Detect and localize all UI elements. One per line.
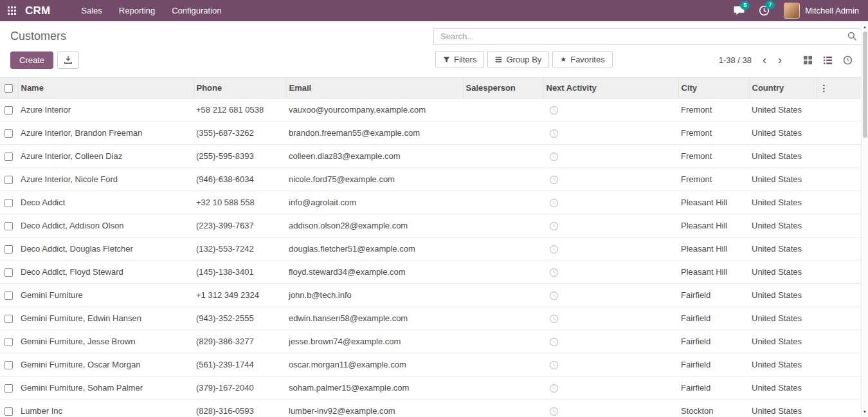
menu-reporting[interactable]: Reporting bbox=[119, 6, 155, 15]
cell-next-activity[interactable] bbox=[543, 330, 678, 353]
table-row[interactable]: Deco Addict, Douglas Fletcher (132)-553-… bbox=[0, 237, 868, 261]
search-icon[interactable] bbox=[847, 32, 857, 41]
cell-next-activity[interactable] bbox=[543, 400, 678, 417]
scrollbar-thumb[interactable] bbox=[863, 32, 867, 138]
row-checkbox[interactable] bbox=[5, 268, 13, 277]
row-checkbox[interactable] bbox=[5, 384, 13, 393]
row-checkbox[interactable] bbox=[5, 315, 13, 323]
table-row[interactable]: Azure Interior, Brandon Freeman (355)-68… bbox=[0, 122, 868, 145]
column-header-country[interactable]: Country bbox=[749, 78, 817, 98]
cell-name: Deco Addict, Floyd Steward bbox=[18, 261, 194, 284]
row-checkbox[interactable] bbox=[5, 153, 13, 161]
activity-view-button[interactable] bbox=[838, 53, 858, 68]
cell-city: Fairfield bbox=[678, 376, 749, 400]
column-header-name[interactable]: Name bbox=[18, 78, 194, 98]
cell-filler bbox=[817, 191, 868, 214]
user-menu[interactable]: Mitchell Admin bbox=[784, 3, 859, 19]
pager-previous-button[interactable]: ‹ bbox=[757, 54, 772, 66]
table-row[interactable]: Azure Interior, Colleen Diaz (255)-595-8… bbox=[0, 145, 868, 168]
cell-next-activity[interactable] bbox=[543, 284, 678, 307]
favorites-button[interactable]: ★ Favorites bbox=[552, 51, 612, 68]
row-checkbox-cell bbox=[0, 168, 18, 191]
cell-next-activity[interactable] bbox=[543, 376, 678, 400]
table-row[interactable]: Azure Interior +58 212 681 0538 vauxoo@y… bbox=[0, 98, 868, 122]
row-checkbox[interactable] bbox=[5, 338, 13, 346]
menu-sales[interactable]: Sales bbox=[81, 6, 102, 15]
cell-next-activity[interactable] bbox=[543, 98, 678, 122]
group-by-button[interactable]: Group By bbox=[487, 51, 549, 68]
table-row[interactable]: Gemini Furniture +1 312 349 2324 john.b@… bbox=[0, 284, 868, 307]
table-row[interactable]: Gemini Furniture, Edwin Hansen (943)-352… bbox=[0, 307, 868, 330]
row-checkbox[interactable] bbox=[5, 222, 13, 230]
cell-next-activity[interactable] bbox=[543, 191, 678, 214]
cell-name: Deco Addict, Douglas Fletcher bbox=[18, 237, 194, 261]
row-checkbox[interactable] bbox=[5, 407, 13, 416]
row-checkbox-cell bbox=[0, 122, 18, 145]
optional-columns-toggle[interactable]: ⋮ bbox=[820, 83, 829, 93]
cell-salesperson bbox=[463, 307, 543, 330]
row-checkbox[interactable] bbox=[5, 129, 13, 138]
export-button[interactable] bbox=[57, 51, 79, 69]
row-checkbox-cell bbox=[0, 98, 18, 122]
activities-button[interactable]: 7 bbox=[759, 5, 770, 16]
column-header-email[interactable]: Email bbox=[286, 78, 463, 98]
view-switcher bbox=[798, 53, 858, 68]
cell-next-activity[interactable] bbox=[543, 122, 678, 145]
scroll-up-arrow[interactable]: ▲ bbox=[862, 25, 868, 29]
list-view-button[interactable] bbox=[818, 53, 838, 68]
select-all-checkbox[interactable] bbox=[5, 84, 13, 93]
table-row[interactable]: Deco Addict, Addison Olson (223)-399-763… bbox=[0, 214, 868, 237]
table-row[interactable]: Gemini Furniture, Soham Palmer (379)-167… bbox=[0, 376, 868, 400]
cell-name: Lumber Inc bbox=[18, 400, 194, 417]
scroll-down-arrow[interactable]: ▼ bbox=[862, 410, 868, 414]
table-row[interactable]: Gemini Furniture, Jesse Brown (829)-386-… bbox=[0, 330, 868, 353]
pager-next-button[interactable]: › bbox=[772, 54, 788, 66]
cell-country: United States bbox=[749, 376, 817, 400]
cell-next-activity[interactable] bbox=[543, 237, 678, 261]
cell-email: floyd.steward34@example.com bbox=[286, 261, 463, 284]
cell-name: Gemini Furniture, Soham Palmer bbox=[18, 376, 194, 400]
row-checkbox[interactable] bbox=[5, 292, 13, 300]
filters-button[interactable]: Filters bbox=[435, 51, 484, 68]
cell-city: Pleasant Hill bbox=[678, 191, 749, 214]
cell-next-activity[interactable] bbox=[543, 307, 678, 330]
column-header-phone[interactable]: Phone bbox=[194, 78, 286, 98]
kanban-view-button[interactable] bbox=[798, 53, 818, 68]
apps-menu-icon[interactable] bbox=[8, 6, 16, 15]
row-checkbox[interactable] bbox=[5, 199, 13, 207]
menu-configuration[interactable]: Configuration bbox=[172, 6, 221, 15]
cell-email: nicole.ford75@example.com bbox=[286, 168, 463, 191]
app-name[interactable]: CRM bbox=[25, 5, 50, 17]
next-activity-clock-icon bbox=[549, 129, 559, 138]
table-row[interactable]: Azure Interior, Nicole Ford (946)-638-60… bbox=[0, 168, 868, 191]
row-checkbox[interactable] bbox=[5, 106, 13, 115]
row-checkbox[interactable] bbox=[5, 245, 13, 254]
table-row[interactable]: Lumber Inc (828)-316-0593 lumber-inv92@e… bbox=[0, 400, 868, 417]
cell-country: United States bbox=[749, 122, 817, 145]
search-input[interactable] bbox=[439, 31, 847, 42]
cell-salesperson bbox=[463, 237, 543, 261]
table-row[interactable]: Deco Addict +32 10 588 558 info@agrolait… bbox=[0, 191, 868, 214]
cell-salesperson bbox=[463, 400, 543, 417]
cell-phone: (561)-239-1744 bbox=[194, 353, 286, 376]
group-by-label: Group By bbox=[506, 55, 541, 64]
cell-filler bbox=[817, 98, 868, 122]
cell-next-activity[interactable] bbox=[543, 145, 678, 168]
column-header-salesperson[interactable]: Salesperson bbox=[463, 78, 543, 98]
cell-salesperson bbox=[463, 191, 543, 214]
cell-city: Pleasant Hill bbox=[678, 261, 749, 284]
table-row[interactable]: Deco Addict, Floyd Steward (145)-138-340… bbox=[0, 261, 868, 284]
messages-button[interactable]: 5 bbox=[734, 6, 745, 15]
vertical-scrollbar[interactable]: ▲ ▼ bbox=[861, 22, 868, 417]
column-header-next-activity[interactable]: Next Activity bbox=[543, 78, 678, 98]
column-header-city[interactable]: City bbox=[678, 78, 749, 98]
cell-city: Fremont bbox=[678, 168, 749, 191]
cell-next-activity[interactable] bbox=[543, 353, 678, 376]
cell-next-activity[interactable] bbox=[543, 168, 678, 191]
row-checkbox[interactable] bbox=[5, 176, 13, 184]
table-row[interactable]: Gemini Furniture, Oscar Morgan (561)-239… bbox=[0, 353, 868, 376]
cell-next-activity[interactable] bbox=[543, 261, 678, 284]
row-checkbox[interactable] bbox=[5, 361, 13, 369]
cell-next-activity[interactable] bbox=[543, 214, 678, 237]
create-button[interactable]: Create bbox=[10, 51, 53, 69]
